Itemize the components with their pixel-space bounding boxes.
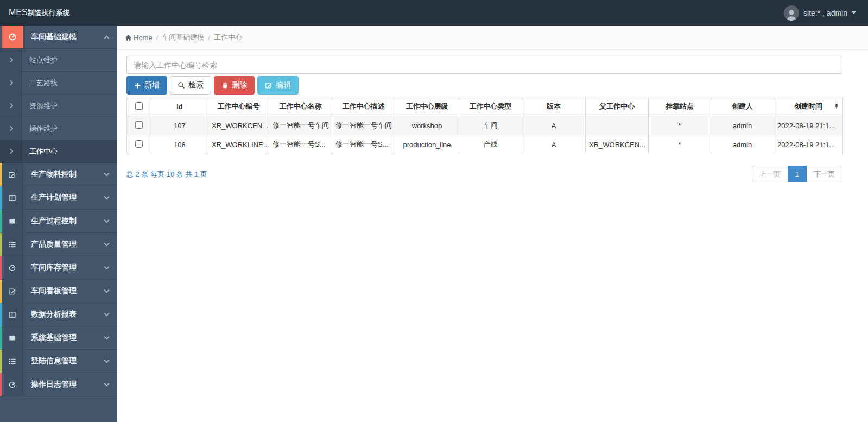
pager: 上一页 1 下一页	[752, 166, 842, 182]
sidebar-item-material-control[interactable]: 生产物料控制	[0, 163, 117, 186]
column-header-code: 工作中心编号	[208, 97, 269, 116]
user-menu[interactable]: site:* , admin	[784, 5, 868, 21]
table-header-row: id 工作中心编号 工作中心名称 工作中心描述 工作中心层级 工作中心类型 版本…	[127, 97, 843, 116]
table-row: 107 XR_WORKCEN... 修一智能一号车间 修一智能一号车间 work…	[127, 116, 843, 135]
chevron-down-icon	[105, 163, 117, 186]
add-button-label: 新增	[144, 80, 160, 90]
breadcrumb-separator: /	[156, 34, 159, 42]
chevron-down-icon	[105, 280, 117, 303]
cell-name: 修一智能一号S...	[269, 135, 332, 154]
column-header-desc: 工作中心描述	[332, 97, 395, 116]
columns-icon	[2, 303, 23, 326]
chevron-down-icon	[105, 326, 117, 349]
cell-id: 108	[151, 135, 208, 154]
row-checkbox[interactable]	[135, 121, 143, 129]
delete-button[interactable]: 删除	[214, 76, 255, 95]
sidebar-item-operation-log-management[interactable]: 操作日志管理	[0, 373, 117, 396]
breadcrumb-home-link[interactable]: Home	[125, 34, 153, 42]
cell-id: 107	[151, 116, 208, 135]
edit-button[interactable]: 编辑	[257, 76, 299, 95]
chevron-right-icon	[0, 95, 22, 117]
sidebar-subitem-resource-maintenance[interactable]: 资源维护	[0, 95, 117, 117]
sidebar-item-workshop-modeling[interactable]: 车间基础建模	[0, 26, 117, 49]
column-header-id: id	[151, 97, 208, 116]
search-button-label: 检索	[188, 80, 204, 90]
chevron-down-icon	[105, 373, 117, 396]
columns-icon	[2, 186, 23, 209]
sidebar-subitem-station-maintenance[interactable]: 站点维护	[0, 49, 117, 72]
row-checkbox[interactable]	[135, 140, 143, 148]
chevron-down-icon	[105, 256, 117, 279]
home-icon	[125, 34, 132, 41]
breadcrumb-home-label: Home	[134, 34, 153, 42]
sidebar-item-login-info-management[interactable]: 登陆信息管理	[0, 350, 117, 373]
book-icon	[2, 326, 23, 349]
cell-station: *	[649, 116, 711, 135]
sidebar-item-board-management[interactable]: 车间看板管理	[0, 280, 117, 303]
pin-icon[interactable]	[834, 103, 839, 111]
chevron-right-icon	[0, 140, 22, 162]
sidebar-item-data-analysis-report[interactable]: 数据分析报表	[0, 303, 117, 326]
cell-station: *	[649, 135, 711, 154]
sidebar-item-system-management[interactable]: 系统基础管理	[0, 326, 117, 350]
search-icon	[178, 81, 185, 89]
sidebar-subitem-process-route[interactable]: 工艺路线	[0, 72, 117, 95]
sidebar-subitem-operation-maintenance[interactable]: 操作维护	[0, 117, 117, 140]
cell-name: 修一智能一号车间	[269, 116, 332, 135]
sidebar-subitem-work-center[interactable]: 工作中心	[0, 140, 117, 163]
search-input[interactable]	[126, 56, 842, 74]
select-all-checkbox[interactable]	[135, 102, 143, 110]
app-logo-bold: MES	[9, 8, 28, 17]
trash-icon	[221, 81, 229, 89]
cell-desc: 修一智能一号S...	[332, 135, 395, 154]
sidebar-item-label: 生产物料控制	[23, 163, 105, 186]
sidebar-item-label: 数据分析报表	[23, 303, 105, 326]
column-header-level: 工作中心层级	[395, 97, 459, 116]
sidebar-item-label: 操作日志管理	[23, 373, 105, 396]
page-1-button[interactable]: 1	[788, 166, 807, 182]
edit-icon	[2, 163, 23, 186]
sidebar-item-label: 生产过程控制	[23, 210, 105, 232]
search-button[interactable]: 检索	[170, 76, 211, 95]
sidebar-item-process-control[interactable]: 生产过程控制	[0, 210, 117, 233]
sidebar-item-inventory-management[interactable]: 车间库存管理	[0, 256, 117, 280]
sidebar-item-label: 产品质量管理	[23, 233, 105, 256]
cell-version: A	[522, 135, 586, 154]
sidebar-subitem-label: 工艺路线	[22, 72, 117, 94]
column-header-created: 创建时间	[774, 97, 843, 116]
list-icon	[2, 350, 23, 373]
chevron-right-icon	[0, 49, 22, 71]
cell-code: XR_WORKCEN...	[208, 116, 269, 135]
person-icon	[785, 8, 798, 21]
sidebar-subitem-label: 工作中心	[22, 140, 117, 162]
column-header-station: 挂靠站点	[649, 97, 711, 116]
cell-version: A	[522, 116, 586, 135]
chevron-down-icon	[105, 350, 117, 373]
breadcrumb-item-workshop-modeling[interactable]: 车间基础建模	[162, 33, 204, 42]
add-button[interactable]: 新增	[126, 76, 167, 95]
app-logo[interactable]: MES制造执行系统	[0, 8, 117, 18]
cell-created: 2022-08-19 21:1...	[774, 116, 843, 135]
sidebar: 车间基础建模 站点维护 工艺路线 资源维护 操作维护 工作中心	[0, 26, 117, 422]
chevron-down-icon	[105, 303, 117, 326]
sidebar-item-quality-management[interactable]: 产品质量管理	[0, 233, 117, 256]
cell-parent	[586, 116, 649, 135]
sidebar-item-plan-management[interactable]: 生产计划管理	[0, 186, 117, 210]
cell-level: production_line	[395, 135, 459, 154]
app-window: MES制造执行系统 site:* , admin 车间基础建模 站点维护	[0, 0, 868, 422]
delete-button-label: 删除	[232, 80, 247, 90]
user-label: site:* , admin	[803, 9, 847, 17]
cell-level: workshop	[395, 116, 459, 135]
edit-icon	[265, 81, 273, 89]
cell-parent: XR_WORKCEN...	[586, 135, 649, 154]
main-content: Home / 车间基础建模 / 工作中心 新增 检索	[117, 26, 868, 422]
prev-page-button[interactable]: 上一页	[752, 166, 788, 182]
app-logo-text: 制造执行系统	[28, 9, 70, 17]
column-header-version: 版本	[522, 97, 586, 116]
cell-created: 2022-08-19 21:1...	[774, 135, 843, 154]
cell-type: 产线	[459, 135, 522, 154]
plus-icon	[134, 82, 141, 89]
pagination-bar: 总 2 条 每页 10 条 共 1 页 上一页 1 下一页	[126, 166, 842, 182]
page-content: 新增 检索 删除 编辑	[117, 50, 868, 182]
next-page-button[interactable]: 下一页	[806, 166, 842, 182]
